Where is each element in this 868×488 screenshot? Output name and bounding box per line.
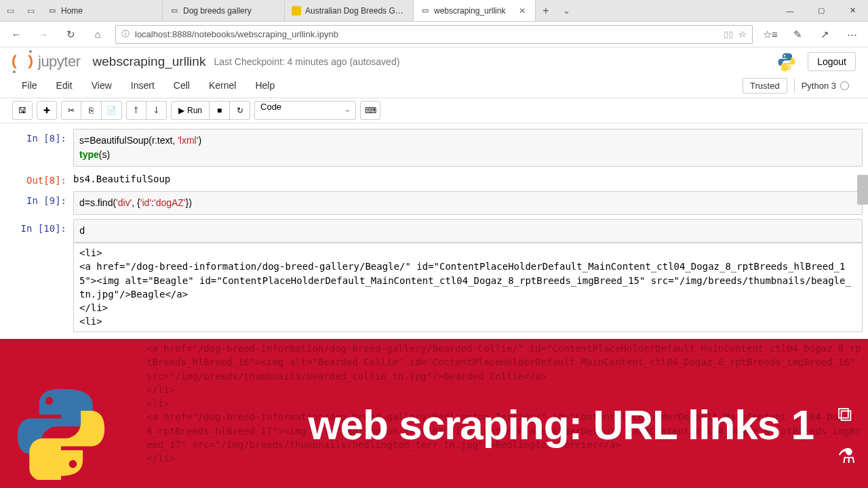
- tab-label: Dog breeds gallery: [183, 6, 277, 16]
- output-text: bs4.BeautifulSoup: [73, 171, 863, 187]
- notes-icon[interactable]: ✎: [785, 23, 810, 46]
- output-8: Out[8]: bs4.BeautifulSoup: [5, 171, 863, 187]
- tab-label: Australian Dog Breeds Galle: [305, 6, 406, 16]
- flask-icon: ⚗: [837, 444, 856, 468]
- code-input[interactable]: s=BeautifulSoup(r.text, 'lxml') type(s): [73, 129, 863, 167]
- run-button[interactable]: ▶ Run: [171, 101, 210, 120]
- menu-bar: File Edit View Insert Cell Kernel Help T…: [0, 73, 868, 98]
- checkpoint-text: Last Checkpoint: 4 minutes ago (autosave…: [214, 56, 399, 67]
- output-html: <li> <a href="/dog-breed-information/dog…: [73, 243, 863, 332]
- window-close[interactable]: ✕: [837, 0, 868, 21]
- kernel-name: Python 3: [802, 81, 836, 91]
- site-icon: [292, 6, 301, 16]
- tab-group-icon[interactable]: ▭: [0, 0, 20, 21]
- save-button[interactable]: 🖫: [12, 101, 33, 120]
- page-icon: ▭: [47, 6, 57, 16]
- reading-icon[interactable]: ▯▯: [724, 29, 733, 39]
- menu-help[interactable]: Help: [245, 76, 284, 95]
- home-button[interactable]: ⌂: [85, 23, 110, 46]
- tab-home[interactable]: ▭ Home: [41, 0, 163, 21]
- menu-view[interactable]: View: [82, 76, 121, 95]
- restart-button[interactable]: ↻: [230, 101, 250, 120]
- trusted-badge[interactable]: Trusted: [743, 78, 787, 94]
- add-cell-button[interactable]: ✚: [37, 101, 57, 120]
- scrollbar-thumb[interactable]: [857, 175, 868, 205]
- menu-file[interactable]: File: [12, 76, 47, 95]
- jupyter-orb-icon: [12, 52, 33, 72]
- banner-title: web scraping: URL links 1: [308, 401, 814, 449]
- share-icon[interactable]: ↗: [812, 23, 837, 46]
- in-prompt: In [9]:: [5, 191, 73, 215]
- command-palette-button[interactable]: ⌨: [360, 101, 380, 120]
- more-icon[interactable]: ⋯: [840, 23, 864, 46]
- menu-kernel[interactable]: Kernel: [199, 76, 245, 95]
- menu-edit[interactable]: Edit: [47, 76, 82, 95]
- tab-group-icon[interactable]: ▭: [20, 0, 41, 21]
- notebook-title[interactable]: webscraping_urllink: [93, 54, 206, 69]
- tab-label: Home: [61, 6, 155, 16]
- code-cell-10[interactable]: In [10]: d <li> <a href="/dog-breed-info…: [5, 219, 863, 332]
- page-icon: ▭: [170, 6, 179, 16]
- url-input[interactable]: ⓘ localhost:8888/notebooks/webscraping_u…: [115, 25, 753, 44]
- tab-australian[interactable]: Australian Dog Breeds Galle: [285, 0, 414, 21]
- cut-button[interactable]: ✂: [61, 101, 81, 120]
- python-kernel-icon: [776, 52, 797, 72]
- favorite-icon[interactable]: ☆: [738, 29, 747, 39]
- in-prompt: In [10]:: [5, 219, 73, 332]
- refresh-button[interactable]: ↻: [58, 23, 83, 46]
- code-input[interactable]: d=s.find('div', {'id':'dogAZ'}): [73, 191, 863, 215]
- jupyter-logo[interactable]: jupyter: [12, 52, 81, 72]
- move-down-button[interactable]: 🡓: [146, 101, 167, 120]
- browser-tabbar: ▭ ▭ ▭ Home ▭ Dog breeds gallery Australi…: [0, 0, 868, 22]
- tab-gallery[interactable]: ▭ Dog breeds gallery: [163, 0, 285, 21]
- window-maximize[interactable]: ▢: [806, 0, 837, 21]
- jupyter-header: jupyter webscraping_urllink Last Checkpo…: [0, 47, 868, 73]
- out-prompt: Out[8]:: [5, 171, 73, 187]
- menu-cell[interactable]: Cell: [164, 76, 199, 95]
- tab-label: webscraping_urllink: [434, 6, 512, 16]
- new-tab-button[interactable]: +: [536, 0, 556, 21]
- python-logo-icon: [14, 385, 108, 480]
- close-tab-icon[interactable]: ✕: [516, 6, 528, 16]
- jupyter-brand: jupyter: [38, 53, 81, 70]
- run-label: Run: [187, 106, 202, 115]
- forward-button[interactable]: →: [31, 23, 56, 46]
- code-input[interactable]: d: [73, 219, 863, 243]
- menu-insert[interactable]: Insert: [121, 76, 164, 95]
- back-button[interactable]: ←: [4, 23, 28, 46]
- code-cell-9[interactable]: In [9]: d=s.find('div', {'id':'dogAZ'}): [5, 191, 863, 215]
- copy-button[interactable]: ⎘: [81, 101, 102, 120]
- in-prompt: In [8]:: [5, 129, 73, 167]
- info-icon: ⓘ: [121, 28, 130, 40]
- favorites-icon[interactable]: ☆≡: [758, 23, 783, 46]
- window-minimize[interactable]: —: [774, 0, 806, 21]
- paste-button[interactable]: 📄: [102, 101, 122, 120]
- toolbar: 🖫 ✚ ✂ ⎘ 📄 🡑 🡓 ▶ Run ■ ↻ Code ⌨: [0, 98, 868, 123]
- code-cell-8[interactable]: In [8]: s=BeautifulSoup(r.text, 'lxml') …: [5, 129, 863, 167]
- tab-overflow-icon[interactable]: ⌄: [556, 0, 576, 21]
- stop-button[interactable]: ■: [210, 101, 230, 120]
- logout-button[interactable]: Logout: [808, 52, 856, 71]
- copy-icon: ⧉: [837, 403, 856, 426]
- kernel-indicator[interactable]: Python 3: [794, 79, 856, 93]
- kernel-status-icon: [840, 81, 849, 90]
- move-up-button[interactable]: 🡑: [126, 101, 146, 120]
- notebook-area: In [8]: s=BeautifulSoup(r.text, 'lxml') …: [0, 123, 868, 332]
- cell-type-select[interactable]: Code: [254, 101, 356, 120]
- tab-notebook-active[interactable]: ▭ webscraping_urllink ✕: [414, 0, 536, 21]
- address-bar: ← → ↻ ⌂ ⓘ localhost:8888/notebooks/websc…: [0, 22, 868, 47]
- url-text: localhost:8888/notebooks/webscraping_url…: [135, 29, 718, 39]
- page-icon: ▭: [420, 6, 430, 16]
